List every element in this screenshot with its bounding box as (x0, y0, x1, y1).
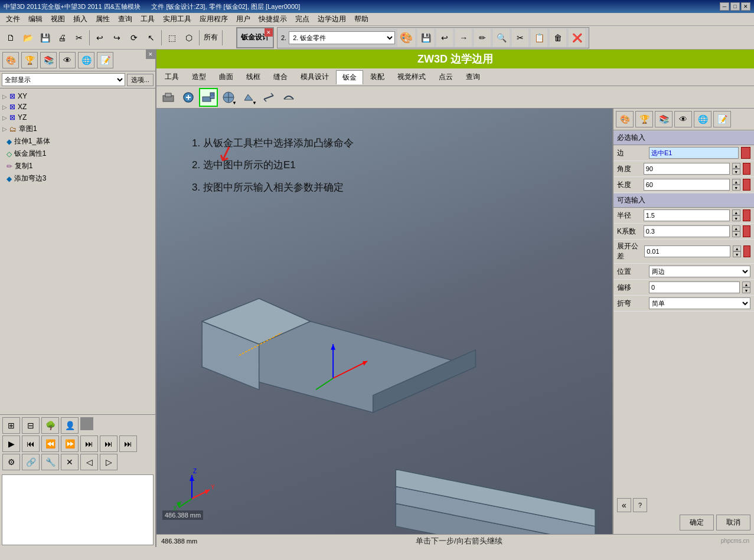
bb-person[interactable]: 👤 (61, 417, 79, 434)
tree-item-copy[interactable]: ✏ 复制1 (2, 160, 153, 172)
bb-back[interactable]: ◁ (80, 454, 98, 470)
menu-insert[interactable]: 插入 (70, 13, 91, 25)
rp-collapse-btn[interactable]: « (617, 498, 631, 512)
left-panel-close[interactable]: ✕ (146, 50, 155, 59)
position-combo[interactable]: 两边 内侧 外侧 (649, 266, 750, 277)
menu-help[interactable]: 帮助 (351, 13, 372, 25)
tree-item-flange[interactable]: ◆ 添加弯边3 (2, 172, 153, 185)
bb-fwd2[interactable]: ▷ (100, 454, 117, 470)
rp-icon-note[interactable]: 📝 (713, 111, 731, 127)
tb-redo[interactable]: ↪ (109, 29, 125, 47)
tb-undo[interactable]: ↩ (92, 29, 108, 47)
sm-tool-1[interactable] (159, 88, 178, 107)
bb-group[interactable]: ⊟ (22, 417, 40, 434)
sm-add-flange-btn[interactable] (199, 88, 218, 107)
bb-tool2[interactable]: 🔧 (41, 454, 59, 470)
tb-save[interactable]: 💾 (37, 29, 53, 47)
sm-btn10[interactable]: ❌ (569, 29, 585, 47)
rp-help-btn[interactable]: ? (633, 498, 647, 512)
offset-up[interactable]: ▲ (742, 281, 750, 287)
rp-icon-trophy[interactable]: 🏆 (635, 111, 653, 127)
bb-grid[interactable]: ⊞ (2, 417, 20, 434)
sm-btn5[interactable]: ✏ (474, 29, 491, 47)
tree-item-yz[interactable]: ▷ ⊠ YZ (2, 112, 153, 123)
bend-combo[interactable]: 简单 材料内 材料外 (649, 297, 750, 309)
bb-next[interactable]: ⏭ (80, 435, 98, 452)
menu-fullstop[interactable]: 完点 (292, 13, 313, 25)
tree-item-chapter1[interactable]: ▷ 🗂 章图1 (2, 123, 153, 135)
tab-tools[interactable]: 工具 (159, 70, 185, 84)
sm-tool-4[interactable]: ▼ (219, 88, 238, 107)
length-red-btn[interactable] (743, 179, 750, 191)
unfold-down[interactable]: ▼ (733, 251, 741, 257)
tab-seam[interactable]: 缝合 (267, 70, 293, 84)
sm-btn3[interactable]: ↩ (436, 29, 453, 47)
menu-file[interactable]: 文件 (2, 13, 24, 25)
bb-fastfwd[interactable]: ⏩ (61, 435, 79, 452)
lp-icon4[interactable]: 👁 (59, 52, 76, 68)
length-down[interactable]: ▼ (732, 185, 740, 191)
rp-icon-book[interactable]: 📚 (655, 111, 673, 127)
tab-query[interactable]: 查询 (460, 70, 486, 84)
menu-tools[interactable]: 工具 (137, 13, 158, 25)
tab-wireframe[interactable]: 线框 (240, 70, 266, 84)
tab-surface[interactable]: 曲面 (213, 70, 239, 84)
sm-btn7[interactable]: ✂ (512, 29, 528, 47)
bb-tree[interactable]: 🌳 (41, 417, 59, 434)
menu-learn[interactable]: 边学边用 (314, 13, 350, 25)
tab-mold[interactable]: 模具设计 (295, 70, 335, 84)
length-up[interactable]: ▲ (732, 179, 740, 185)
bb-rect[interactable] (80, 417, 93, 430)
menu-view[interactable]: 视图 (47, 13, 68, 25)
confirm-button[interactable]: 确定 (680, 515, 714, 530)
offset-input[interactable] (649, 281, 740, 293)
tab-visual[interactable]: 视觉样式 (391, 70, 432, 84)
bb-fastback[interactable]: ⏪ (41, 435, 59, 452)
kfactor-input[interactable] (644, 225, 730, 237)
tb-cursor[interactable]: ↖ (143, 29, 159, 47)
menu-props[interactable]: 属性 (92, 13, 113, 25)
lp-icon5[interactable]: 🌐 (78, 52, 94, 68)
rp-icon-globe[interactable]: 🌐 (694, 111, 711, 127)
bb-end[interactable]: ⏭ (100, 435, 117, 452)
sm-close-btn[interactable]: ✕ (265, 28, 273, 37)
bb-settings[interactable]: ⚙ (2, 454, 20, 470)
bb-link[interactable]: 🔗 (22, 454, 40, 470)
tb-new[interactable]: 🗋 (2, 29, 19, 47)
radius-up[interactable]: ▲ (732, 209, 740, 215)
sm-btn2[interactable]: 💾 (417, 29, 434, 47)
offset-down[interactable]: ▼ (742, 287, 750, 293)
bb-last[interactable]: ⏭ (119, 435, 137, 452)
menu-user[interactable]: 用户 (233, 13, 254, 25)
tb-print[interactable]: 🖨 (54, 29, 70, 47)
viewport[interactable]: 1. 从钣金工具栏中选择添加凸缘命令 2. 选中图中所示的边E1 3. 按图中所… (156, 109, 612, 534)
bb-prev[interactable]: ⏮ (22, 435, 40, 452)
sm-btn9[interactable]: 🗑 (550, 29, 566, 47)
rp-icon-eye[interactable]: 👁 (674, 111, 692, 127)
menu-utils[interactable]: 实用工具 (159, 13, 195, 25)
minimize-button[interactable]: ─ (720, 2, 729, 11)
sm-tool-2[interactable] (179, 88, 198, 107)
kfactor-down[interactable]: ▼ (732, 231, 740, 237)
radius-down[interactable]: ▼ (732, 215, 740, 221)
menu-edit[interactable]: 编辑 (25, 13, 46, 25)
lp-icon3[interactable]: 📚 (40, 52, 57, 68)
sm-tool-6[interactable] (259, 88, 278, 107)
tab-pointcloud[interactable]: 点云 (433, 70, 459, 84)
angle-red-btn[interactable] (743, 163, 750, 175)
edge-red-btn[interactable] (741, 147, 750, 159)
tab-assembly[interactable]: 装配 (364, 70, 390, 84)
tab-sheetmetal[interactable]: 钣金 (336, 70, 363, 84)
angle-up[interactable]: ▲ (732, 163, 740, 169)
length-input[interactable] (644, 179, 730, 191)
cancel-button[interactable]: 取消 (716, 515, 750, 530)
sm-part-combo[interactable]: 2. 钣金零件 (289, 31, 395, 44)
kfactor-up[interactable]: ▲ (732, 225, 740, 231)
rp-icon-paint[interactable]: 🎨 (616, 111, 634, 127)
lp-icon1[interactable]: 🎨 (2, 52, 19, 68)
menu-query[interactable]: 查询 (115, 13, 136, 25)
bb-play[interactable]: ▶ (2, 435, 20, 452)
tb-polygon[interactable]: ⬡ (181, 29, 197, 47)
options-button[interactable]: 选项... (127, 74, 154, 86)
tab-modeling[interactable]: 造型 (186, 70, 212, 84)
